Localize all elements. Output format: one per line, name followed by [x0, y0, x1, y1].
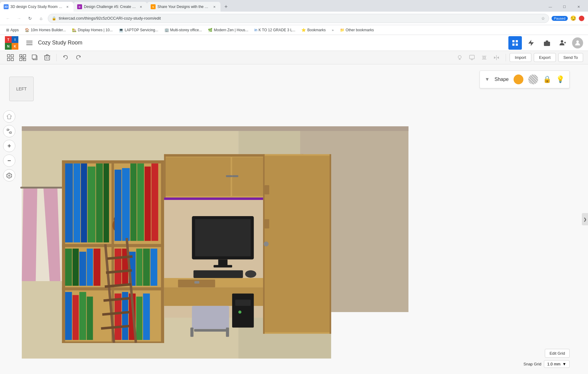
svg-rect-121	[330, 154, 331, 334]
more-bookmarks-button[interactable]: »	[329, 28, 336, 32]
svg-point-11	[576, 40, 579, 43]
bookmark-bookmarks[interactable]: ⭐ Bookmarks	[299, 27, 328, 33]
import-button[interactable]: Import	[510, 53, 531, 62]
apps-label: Apps	[10, 28, 19, 32]
svg-rect-31	[469, 55, 474, 59]
bookmark-label-7: Bookmarks	[307, 28, 326, 32]
home-view-button[interactable]	[3, 110, 15, 123]
svg-rect-12	[7, 55, 10, 57]
bookmark-k12[interactable]: in K TO 12 GRADE 3 L...	[252, 27, 298, 33]
tab-3-close[interactable]: ✕	[212, 4, 217, 9]
tab-1[interactable]: 3D 3D design Cozy Study Room | Ti... ✕	[0, 2, 74, 12]
svg-rect-81	[79, 292, 86, 340]
tinkercad-app: T I N K Cozy Study Room	[0, 35, 588, 374]
svg-rect-67	[151, 163, 158, 241]
bookmark-10m-homes[interactable]: 🏠 10m Homes Builder...	[22, 27, 68, 33]
svg-rect-59	[104, 163, 109, 242]
other-bookmarks-button[interactable]: 📁 Other bookmarks	[337, 27, 376, 33]
new-tab-button[interactable]: +	[222, 2, 230, 11]
light-bulb-button[interactable]	[454, 52, 465, 63]
duplicate-button[interactable]	[29, 52, 40, 63]
bookmark-laptop[interactable]: 💻 LAPTOP Servicing...	[116, 27, 161, 33]
comment-button[interactable]	[466, 52, 477, 63]
export-button[interactable]: Export	[534, 53, 556, 62]
view-cube-label[interactable]: LEFT	[9, 77, 34, 101]
svg-point-118	[238, 311, 241, 314]
tab-1-close[interactable]: ✕	[65, 4, 70, 9]
mirror-button[interactable]	[491, 52, 502, 63]
emoji-icon[interactable]: 😏	[570, 15, 576, 21]
bookmark-icon-4: 🏢	[164, 28, 169, 32]
tab-2-favicon: D	[77, 4, 82, 9]
light-shape-icon[interactable]: 💡	[556, 75, 564, 83]
tab-2-close[interactable]: ✕	[138, 4, 143, 9]
bookmark-multistorey[interactable]: 🏢 Multi-storey office...	[162, 27, 205, 33]
svg-marker-36	[494, 56, 496, 59]
delete-button[interactable]	[42, 52, 53, 63]
svg-rect-100	[166, 157, 231, 196]
bookmark-apps[interactable]: ⊞ Apps	[4, 27, 21, 33]
svg-rect-64	[130, 163, 137, 241]
build-view-button[interactable]	[524, 36, 538, 50]
align-button[interactable]	[479, 52, 490, 63]
forward-button[interactable]: →	[15, 14, 23, 23]
svg-rect-22	[32, 55, 36, 59]
ungroup-button[interactable]	[17, 52, 28, 63]
svg-rect-55	[74, 163, 80, 242]
url-text: tinkercad.com/things/92c5zOCCARI-cozy-st…	[59, 16, 539, 21]
view-cube[interactable]: LEFT	[9, 77, 34, 101]
svg-rect-127	[192, 306, 229, 329]
redo-button[interactable]	[73, 52, 84, 63]
zoom-out-button[interactable]: −	[3, 155, 15, 167]
svg-line-20	[21, 56, 24, 59]
right-panel-toggle[interactable]: ❯	[582, 213, 588, 225]
lock-shape-icon[interactable]: 🔒	[543, 75, 551, 83]
tinkercad-logo[interactable]: T I N K	[5, 35, 21, 51]
bookmark-icon-7: ⭐	[301, 28, 306, 32]
svg-rect-68	[65, 249, 72, 286]
briefcase-button[interactable]	[540, 36, 554, 50]
zoom-in-button[interactable]: +	[3, 140, 15, 152]
paused-badge[interactable]: Paused	[552, 16, 568, 21]
send-to-button[interactable]: Send To	[558, 53, 583, 62]
bookmark-label-3: LAPTOP Servicing...	[125, 28, 158, 32]
svg-rect-66	[145, 166, 151, 241]
svg-rect-122	[265, 156, 330, 332]
add-user-button[interactable]	[556, 36, 570, 50]
logo-cell-br: K	[12, 43, 18, 50]
svg-rect-62	[115, 170, 121, 241]
svg-point-28	[458, 55, 461, 59]
bookmark-star-icon[interactable]: ☆	[541, 16, 545, 21]
3d-viewport[interactable]: LEFT + −	[0, 64, 588, 374]
solid-shape-button[interactable]	[514, 74, 523, 84]
back-button[interactable]: ←	[4, 14, 12, 23]
home-button[interactable]: ⌂	[37, 14, 45, 23]
snap-grid-value[interactable]: 1.0 mm ▼	[544, 360, 570, 368]
reload-button[interactable]: ↻	[26, 14, 34, 23]
edit-grid-button[interactable]: Edit Grid	[545, 349, 570, 358]
tab-2[interactable]: D Design Challenge #5: Create you... ✕	[74, 2, 147, 12]
maximize-button[interactable]: ☐	[557, 2, 571, 12]
hamburger-menu-button[interactable]	[24, 38, 34, 48]
profile-icon[interactable]	[579, 16, 584, 21]
tab-3[interactable]: S Share Your Designs with the Wo... ✕	[147, 2, 221, 12]
svg-rect-33	[483, 57, 485, 58]
svg-rect-80	[73, 295, 79, 340]
svg-rect-115	[194, 281, 199, 284]
bottom-controls: Edit Grid Snap Grid 1.0 mm ▼	[523, 349, 570, 368]
user-avatar[interactable]	[572, 37, 583, 48]
view-label-text: LEFT	[16, 86, 27, 91]
close-button[interactable]: ✕	[571, 2, 586, 12]
group-button[interactable]	[5, 52, 16, 63]
view-cube-button[interactable]	[3, 169, 15, 181]
bookmark-modern-zen[interactable]: 🌿 Modern Zen | Hous...	[205, 27, 251, 33]
minimize-button[interactable]: —	[543, 2, 557, 12]
hole-shape-button[interactable]	[528, 74, 538, 84]
undo-button[interactable]	[60, 52, 71, 63]
fit-view-button[interactable]	[3, 125, 15, 137]
svg-point-111	[245, 270, 256, 278]
shape-panel-chevron[interactable]: ▼	[485, 77, 490, 82]
address-bar[interactable]: 🔒 tinkercad.com/things/92c5zOCCARI-cozy-…	[48, 14, 549, 23]
grid-view-button[interactable]	[508, 36, 522, 50]
bookmark-display-homes[interactable]: 🏡 Display Homes | 10...	[70, 27, 115, 33]
